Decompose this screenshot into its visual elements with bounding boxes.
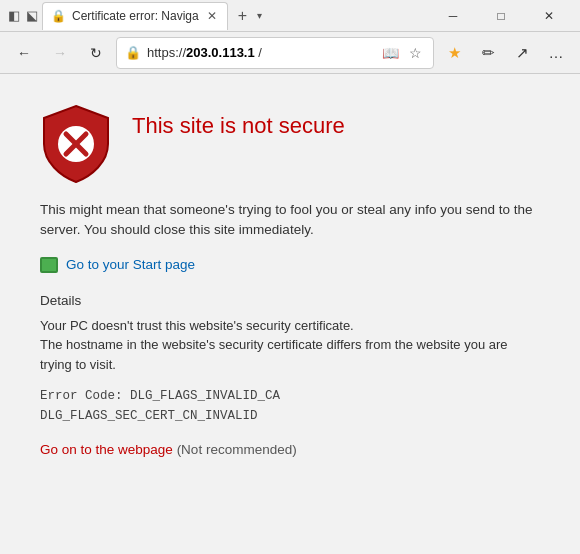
tab-title: Certificate error: Naviga — [72, 9, 199, 23]
refresh-button[interactable]: ↻ — [80, 37, 112, 69]
browser-icon-back: ◧ — [8, 8, 20, 23]
favorites-button[interactable]: ★ — [438, 37, 470, 69]
reading-view-icon[interactable]: 📖 — [379, 43, 402, 63]
nav-bar: ← → ↻ 🔒 https://203.0.113.1 / 📖 ☆ ★ ✏ ↗ … — [0, 32, 580, 74]
go-to-webpage: Go on to the webpage (Not recommended) — [40, 442, 540, 457]
url-suffix: / — [255, 45, 262, 60]
details-text: Your PC doesn't trust this website's sec… — [40, 316, 540, 375]
url-domain: 203.0.113.1 — [186, 45, 255, 60]
tab-dropdown-button[interactable]: ▾ — [253, 10, 266, 21]
details-text-2: The hostname in the website's security c… — [40, 337, 508, 372]
close-button[interactable]: ✕ — [526, 0, 572, 32]
address-lock-icon: 🔒 — [125, 45, 141, 60]
error-code-line1: Error Code: DLG_FLAGS_INVALID_CA — [40, 389, 280, 403]
nav-right-icons: ★ ✏ ↗ … — [438, 37, 572, 69]
address-url: https://203.0.113.1 / — [147, 45, 373, 60]
favorites-star-icon[interactable]: ☆ — [406, 43, 425, 63]
tab-favicon-icon: 🔒 — [51, 9, 66, 23]
url-prefix: https:// — [147, 45, 186, 60]
content-area: This site is not secure This might mean … — [0, 74, 580, 554]
active-tab[interactable]: 🔒 Certificate error: Naviga ✕ — [42, 2, 228, 30]
new-tab-button[interactable]: + — [232, 7, 253, 25]
go-to-webpage-link[interactable]: Go on to the webpage — [40, 442, 173, 457]
start-page-icon — [40, 257, 58, 273]
error-title: This site is not secure — [132, 112, 345, 141]
tab-close-button[interactable]: ✕ — [205, 9, 219, 23]
browser-icon-forward: ⬕ — [26, 8, 38, 23]
address-bar[interactable]: 🔒 https://203.0.113.1 / 📖 ☆ — [116, 37, 434, 69]
error-title-container: This site is not secure — [132, 104, 345, 141]
shield-icon — [40, 104, 112, 184]
details-label: Details — [40, 293, 540, 308]
back-button[interactable]: ← — [8, 37, 40, 69]
pen-button[interactable]: ✏ — [472, 37, 504, 69]
start-page-link-text[interactable]: Go to your Start page — [66, 257, 195, 272]
forward-button[interactable]: → — [44, 37, 76, 69]
details-text-1: Your PC doesn't trust this website's sec… — [40, 318, 354, 333]
tab-bar: 🔒 Certificate error: Naviga ✕ + ▾ — [42, 2, 430, 30]
error-description: This might mean that someone's trying to… — [40, 200, 540, 241]
title-bar: ◧ ⬕ 🔒 Certificate error: Naviga ✕ + ▾ ─ … — [0, 0, 580, 32]
not-recommended-label: (Not recommended) — [177, 442, 297, 457]
more-button[interactable]: … — [540, 37, 572, 69]
minimize-button[interactable]: ─ — [430, 0, 476, 32]
title-bar-left: ◧ ⬕ — [8, 8, 38, 23]
error-code-line2: DLG_FLAGS_SEC_CERT_CN_INVALID — [40, 409, 258, 423]
share-button[interactable]: ↗ — [506, 37, 538, 69]
error-body: This might mean that someone's trying to… — [40, 200, 540, 457]
window-controls: ─ □ ✕ — [430, 0, 572, 32]
address-bar-icons: 📖 ☆ — [379, 43, 425, 63]
error-code-block: Error Code: DLG_FLAGS_INVALID_CA DLG_FLA… — [40, 386, 540, 426]
maximize-button[interactable]: □ — [478, 0, 524, 32]
error-container: This site is not secure This might mean … — [40, 104, 540, 457]
error-header: This site is not secure — [40, 104, 540, 184]
start-page-link[interactable]: Go to your Start page — [40, 257, 540, 273]
